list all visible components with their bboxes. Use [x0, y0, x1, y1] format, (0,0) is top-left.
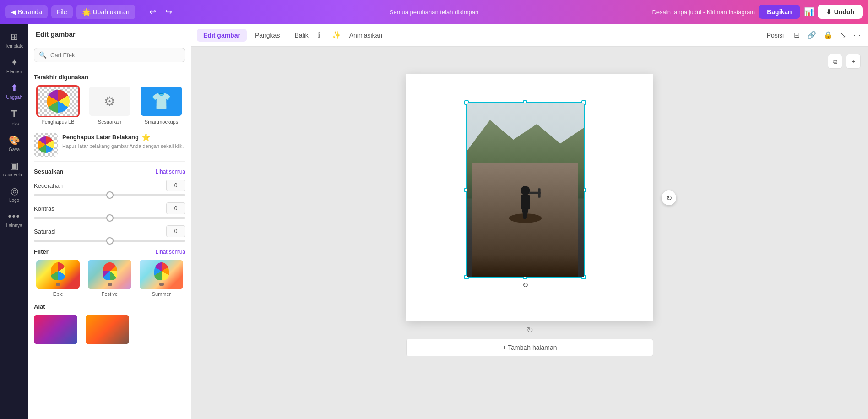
topbar: ◀ Beranda File 🌟 Ubah ukuran ↩ ↪ Semua p…	[0, 0, 868, 24]
saturasi-thumb[interactable]	[106, 237, 114, 245]
alat-img-1	[34, 315, 77, 344]
kecerahan-slider[interactable]	[34, 194, 185, 196]
teks-icon: T	[11, 108, 17, 120]
filter-thumb-festive	[88, 260, 131, 289]
saturasi-slider[interactable]	[34, 240, 185, 242]
rotate-handle[interactable]: ↻	[521, 281, 530, 290]
filter-summer[interactable]: Summer	[137, 260, 185, 297]
alat-item-1[interactable]	[34, 315, 77, 344]
grid-toggle-icon[interactable]: ⊞	[792, 29, 802, 41]
sidebar-label-elemen: Elemen	[6, 69, 22, 74]
elemen-icon: ✦	[11, 57, 18, 68]
tab-edit-gambar[interactable]: Edit gambar	[197, 29, 247, 42]
image-container[interactable]: ↻	[466, 102, 585, 278]
copy-page-icon[interactable]: ⧉	[828, 54, 842, 69]
expand-icon[interactable]: ⤡	[838, 29, 848, 41]
canvas-area[interactable]: ⧉ +	[191, 47, 868, 419]
sidebar-item-template[interactable]: ⊞ Template	[0, 27, 28, 52]
premium-badge-icon: ⭐	[141, 133, 151, 141]
autosave-text: Semua perubahan telah disimpan	[390, 9, 478, 16]
kecerahan-value: 0	[166, 180, 185, 191]
sidebar-item-teks[interactable]: T Teks	[0, 104, 28, 130]
filter-festive[interactable]: Festive	[86, 260, 134, 297]
kontras-value: 0	[166, 202, 185, 214]
sidebar-item-lainnya[interactable]: ••• Lainnya	[0, 207, 28, 232]
sidebar-item-latar[interactable]: ▣ Latar Bela...	[0, 157, 28, 181]
saturasi-value: 0	[166, 225, 185, 237]
kontras-slider[interactable]	[34, 217, 185, 219]
sidebar-label-teks: Teks	[10, 121, 19, 126]
canvas-rotate-button[interactable]: ↻	[662, 190, 676, 205]
toolbar-right: Posisi ⊞ 🔗 🔒 ⤡ ⋯	[762, 29, 863, 42]
sidebar-item-logo[interactable]: ◎ Logo	[0, 182, 28, 207]
info-icon[interactable]: ℹ	[318, 31, 320, 39]
search-input[interactable]	[50, 52, 180, 59]
sidebar-label-template: Template	[5, 44, 24, 49]
edit-panel: Edit gambar 🔍 Terakhir digunakan	[28, 24, 191, 419]
sesuaikan-title: Sesuaikan	[34, 168, 63, 175]
sidebar-item-gaya[interactable]: 🎨 Gaya	[0, 131, 28, 156]
effect-label-smart: Smartmockups	[145, 119, 178, 125]
kontras-thumb[interactable]	[106, 214, 114, 222]
animasikan-button[interactable]: Animasikan	[343, 29, 389, 42]
lock-icon[interactable]: 🔒	[822, 29, 835, 41]
toolbar-divider	[326, 30, 326, 41]
share-button[interactable]: Bagikan	[759, 5, 800, 19]
rotation-indicator: ↻	[406, 325, 653, 335]
premium-title-text: Penghapus Latar Belakang	[62, 134, 139, 141]
svg-rect-6	[538, 188, 540, 197]
analytics-icon[interactable]: 📊	[804, 7, 814, 17]
document-title: Desain tanpa judul - Kiriman Instagram	[652, 9, 755, 16]
add-page-label: + Tambah halaman	[502, 344, 557, 351]
filter-section-header: Filter Lihat semua	[34, 248, 185, 255]
effect-thumb-sesuaikan: ⚙	[88, 85, 131, 117]
premium-description: Hapus latar belakang gambar Anda dengan …	[62, 143, 185, 150]
sesuaikan-lihat-semua[interactable]: Lihat semua	[156, 169, 185, 175]
effect-penghapus-lb[interactable]: Penghapus LB	[34, 85, 82, 125]
kecerahan-header: Kecerahan 0	[34, 180, 185, 191]
saturasi-row: Saturasi 0	[34, 225, 185, 242]
redo-button[interactable]: ↪	[163, 5, 175, 19]
autosave-label: Semua perubahan telah disimpan	[390, 9, 478, 16]
file-button[interactable]: File	[51, 5, 73, 18]
icon-sidebar: ⊞ Template ✦ Elemen ⬆ Unggah T Teks 🎨 Ga…	[0, 24, 28, 419]
kontras-header: Kontras 0	[34, 202, 185, 214]
undo-button[interactable]: ↩	[146, 5, 159, 19]
kecerahan-row: Kecerahan 0	[34, 180, 185, 196]
sparkle-icon[interactable]: ✨	[332, 31, 341, 39]
alat-grid	[34, 315, 185, 344]
premium-title: Penghapus Latar Belakang ⭐	[62, 133, 185, 141]
tab-balik[interactable]: Balik	[288, 29, 315, 42]
back-button[interactable]: ◀ Beranda	[5, 5, 48, 18]
kecerahan-thumb[interactable]	[106, 191, 114, 199]
panel-search-area: 🔍	[28, 43, 191, 67]
sidebar-item-unggah[interactable]: ⬆ Unggah	[0, 79, 28, 103]
alat-item-2[interactable]	[86, 315, 129, 344]
canvas-wrapper: ↻ ↻ ↻ + Tambah halaman	[406, 74, 653, 356]
more-options-icon[interactable]: ⋯	[852, 29, 863, 41]
tab-pangkas[interactable]: Pangkas	[249, 29, 286, 42]
panel-header: Edit gambar	[28, 24, 191, 43]
filter-grid: Epic Festive	[34, 260, 185, 297]
resize-button[interactable]: 🌟 Ubah ukuran	[76, 5, 135, 19]
effect-smartmockups[interactable]: 👕 Smartmockups	[137, 85, 185, 125]
sidebar-item-elemen[interactable]: ✦ Elemen	[0, 53, 28, 78]
add-page-bar[interactable]: + Tambah halaman	[406, 339, 653, 356]
download-button[interactable]: ⬇ Unduh	[818, 5, 863, 19]
filter-lihat-semua[interactable]: Lihat semua	[156, 249, 185, 255]
lainnya-icon: •••	[8, 211, 20, 222]
filter-thumb-summer	[140, 260, 183, 289]
file-label: File	[57, 8, 67, 16]
sidebar-label-logo: Logo	[9, 198, 19, 203]
svg-point-2	[521, 186, 530, 195]
topbar-left: ◀ Beranda File 🌟 Ubah ukuran ↩ ↪	[5, 5, 175, 19]
filter-epic[interactable]: Epic	[34, 260, 82, 297]
gaya-icon: 🎨	[9, 135, 20, 146]
divider	[141, 6, 141, 17]
premium-feature-row: Penghapus Latar Belakang ⭐ Hapus latar b…	[34, 128, 185, 162]
link-icon[interactable]: 🔗	[805, 29, 818, 41]
add-page-icon[interactable]: +	[846, 54, 861, 69]
right-content: Edit gambar Pangkas Balik ℹ ✨ Animasikan…	[191, 24, 868, 419]
effect-sesuaikan[interactable]: ⚙ Sesuaikan	[86, 85, 134, 125]
posisi-button[interactable]: Posisi	[762, 29, 788, 42]
